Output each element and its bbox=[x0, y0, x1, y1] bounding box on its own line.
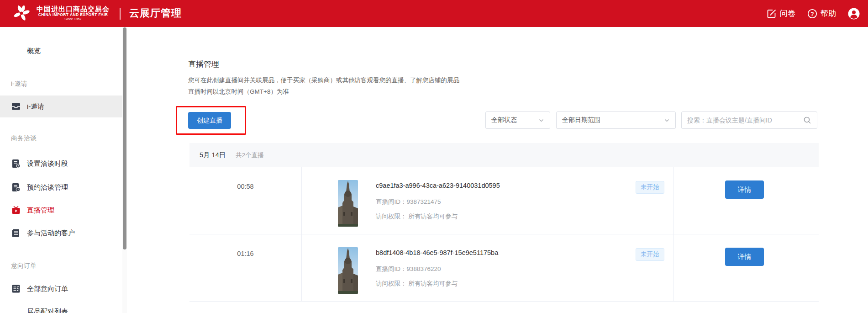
sidebar-item-label: 直播管理 bbox=[27, 206, 54, 215]
doc-gear-icon bbox=[11, 159, 21, 169]
checklist-icon bbox=[11, 284, 21, 294]
sidebar-item-label: 概览 bbox=[27, 47, 41, 55]
session-title: c9ae1fa3-a996-43ca-a623-9140031d0595 bbox=[376, 182, 500, 189]
group-count: 共2个直播 bbox=[236, 151, 264, 159]
sidebar-item-label: 参与活动的客户 bbox=[27, 229, 75, 238]
date-range-filter-value: 全部日期范围 bbox=[562, 116, 600, 124]
chevron-down-icon bbox=[538, 117, 544, 123]
create-live-button[interactable]: 创建直播 bbox=[188, 112, 231, 129]
app-title: 云展厅管理 bbox=[129, 6, 182, 20]
live-session-row: 00:58 c9ae1fa3-a996-43ca-a623-9140031d05… bbox=[189, 167, 819, 234]
session-title: b8df1408-4b18-46e5-987f-15e9e51175ba bbox=[376, 249, 498, 256]
user-avatar-icon bbox=[848, 8, 860, 20]
session-access: 访问权限： 所有访客均可参与 bbox=[376, 212, 458, 221]
page-title: 直播管理 bbox=[188, 59, 219, 69]
logo-chinese-name: 中国进出口商品交易会 bbox=[37, 5, 110, 13]
date-group-header: 5月 14日 共2个直播 bbox=[189, 143, 819, 167]
user-avatar-button[interactable] bbox=[848, 8, 860, 20]
status-badge: 未开始 bbox=[636, 181, 664, 194]
question-circle-icon: ? bbox=[807, 9, 817, 19]
session-access: 访问权限： 所有访客均可参与 bbox=[376, 280, 458, 288]
live-session-row: 01:16 b8df1408-4b18-46e5-987f-15e9e51175… bbox=[189, 234, 819, 302]
sidebar-section-i-invite: i-邀请 bbox=[0, 78, 122, 90]
top-header-bar: 中国进出口商品交易会 CHINA IMPORT AND EXPORT FAIR … bbox=[0, 0, 868, 27]
main-content: 直播管理 您可在此创建直播间并关联展品，便于买家（采购商）或其他访客观看您的直播… bbox=[128, 27, 868, 313]
survey-label: 问卷 bbox=[780, 8, 795, 19]
search-icon[interactable] bbox=[803, 116, 811, 124]
sidebar-item-label: 设置洽谈时段 bbox=[27, 159, 68, 168]
status-badge: 未开始 bbox=[636, 248, 664, 261]
sidebar-section-business-talks: 商务洽谈 bbox=[0, 132, 122, 145]
sidebar-item-label: i-邀请 bbox=[27, 102, 44, 111]
date-range-filter-select[interactable]: 全部日期范围 bbox=[556, 111, 676, 129]
session-start-time: 00:58 bbox=[189, 183, 301, 190]
sidebar-item-overview[interactable]: 概览 bbox=[0, 40, 122, 62]
search-box bbox=[681, 111, 817, 129]
help-button[interactable]: ? 帮助 bbox=[807, 8, 836, 19]
header-actions: 问卷 ? 帮助 bbox=[767, 0, 860, 27]
sidebar-item-appointment-management[interactable]: 预约洽谈管理 bbox=[0, 176, 122, 198]
canton-fair-logo[interactable]: 中国进出口商品交易会 CHINA IMPORT AND EXPORT FAIR … bbox=[12, 4, 110, 23]
doc-clock-icon bbox=[11, 182, 21, 192]
sidebar-section-intent-orders: 意向订单 bbox=[0, 260, 122, 272]
svg-text:?: ? bbox=[810, 11, 814, 17]
sidebar-item-label: 全部意向订单 bbox=[27, 285, 68, 293]
sidebar-item-set-talk-slots[interactable]: 设置洽谈时段 bbox=[0, 153, 122, 175]
logo-since-text: Since 1957 bbox=[37, 17, 110, 21]
live-tv-icon bbox=[11, 205, 21, 215]
status-filter-value: 全部状态 bbox=[491, 116, 517, 124]
doc-lines-icon bbox=[11, 228, 21, 238]
header-divider bbox=[120, 8, 121, 20]
sidebar-nav: 概览 i-邀请 i-邀请 商务洽谈 设置洽谈时段 bbox=[0, 27, 128, 313]
chevron-down-icon bbox=[664, 117, 670, 123]
status-filter-select[interactable]: 全部状态 bbox=[485, 111, 550, 129]
logo-text-block: 中国进出口商品交易会 CHINA IMPORT AND EXPORT FAIR … bbox=[37, 5, 110, 21]
page-description-line1: 您可在此创建直播间并关联展品，便于买家（采购商）或其他访客观看您的直播、了解您店… bbox=[188, 76, 459, 85]
session-room-id: 直播间ID：9387321475 bbox=[376, 198, 441, 206]
group-date: 5月 14日 bbox=[200, 151, 226, 159]
session-start-time: 01:16 bbox=[189, 250, 301, 257]
help-label: 帮助 bbox=[821, 8, 836, 19]
detail-button[interactable]: 详情 bbox=[725, 248, 764, 266]
live-stream-management-page: 中国进出口商品交易会 CHINA IMPORT AND EXPORT FAIR … bbox=[0, 0, 868, 313]
kapok-flower-icon bbox=[12, 4, 31, 23]
live-sessions-table: 5月 14日 共2个直播 00:58 c9ae1fa3-a996-43ca-a6… bbox=[189, 143, 819, 302]
search-input[interactable] bbox=[687, 117, 803, 124]
detail-button[interactable]: 详情 bbox=[725, 180, 764, 199]
inbox-icon bbox=[11, 101, 21, 111]
page-description-line2: 直播时间以北京时间（GMT+8）为准 bbox=[188, 88, 289, 96]
edit-square-icon bbox=[767, 9, 777, 19]
survey-button[interactable]: 问卷 bbox=[767, 8, 795, 19]
sidebar-item-live-management[interactable]: 直播管理 bbox=[0, 199, 122, 221]
sidebar-item-event-customers[interactable]: 参与活动的客户 bbox=[0, 222, 122, 244]
sidebar-item-all-intent-orders[interactable]: 全部意向订单 bbox=[0, 278, 122, 300]
session-thumbnail bbox=[338, 247, 358, 294]
sidebar-item-product-matching-list[interactable]: 展品配对列表 bbox=[0, 301, 122, 313]
sidebar-item-i-invite[interactable]: i-邀请 bbox=[0, 95, 122, 117]
sidebar-scrollbar-thumb[interactable] bbox=[123, 27, 126, 249]
sidebar-item-label: 预约洽谈管理 bbox=[27, 183, 68, 192]
sidebar-item-label: 展品配对列表 bbox=[27, 308, 68, 313]
session-thumbnail bbox=[338, 180, 358, 227]
session-room-id: 直播间ID：9388376220 bbox=[376, 265, 441, 273]
